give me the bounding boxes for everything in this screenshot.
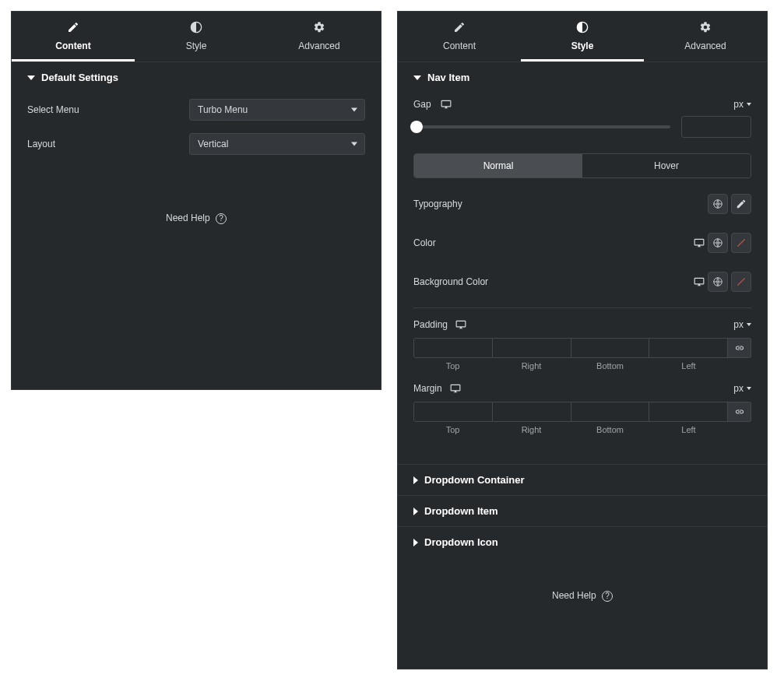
select-menu-value: Turbo Menu xyxy=(189,99,365,121)
control-layout: Layout Vertical xyxy=(12,127,381,161)
gap-slider[interactable] xyxy=(413,125,670,128)
padding-bottom-input[interactable] xyxy=(571,338,650,358)
margin-side-labels: Top Right Bottom Left xyxy=(413,425,751,434)
global-button[interactable] xyxy=(708,272,728,292)
tab-content-label: Content xyxy=(55,40,90,51)
layout-label: Layout xyxy=(27,139,189,149)
edit-typography-button[interactable] xyxy=(731,194,751,214)
section-dropdown-container[interactable]: Dropdown Container xyxy=(398,464,767,495)
desktop-icon[interactable] xyxy=(455,319,466,330)
tab-content[interactable]: Content xyxy=(398,12,521,61)
margin-left-input[interactable] xyxy=(649,402,728,422)
tab-advanced-label: Advanced xyxy=(298,40,339,51)
tab-content[interactable]: Content xyxy=(12,12,135,61)
unit-selector-gap[interactable]: px xyxy=(733,99,751,110)
side-top: Top xyxy=(413,425,492,434)
padding-head: Padding px xyxy=(413,314,751,335)
section-default-settings[interactable]: Default Settings xyxy=(12,62,381,93)
margin-right-input[interactable] xyxy=(493,402,571,422)
chevron-right-icon xyxy=(413,508,418,515)
gear-icon xyxy=(644,21,767,36)
editor-tabs: Content Style Advanced xyxy=(398,12,767,62)
chevron-down-icon xyxy=(351,108,357,112)
chevron-right-icon xyxy=(413,539,418,546)
unit-label: px xyxy=(733,99,744,110)
section-title: Dropdown Container xyxy=(424,474,525,486)
global-button[interactable] xyxy=(708,194,728,214)
desktop-icon[interactable] xyxy=(694,276,705,287)
margin-bottom-input[interactable] xyxy=(571,402,650,422)
margin-head: Margin px xyxy=(413,378,751,399)
bg-color-picker-button[interactable] xyxy=(731,272,751,292)
svg-line-6 xyxy=(737,278,744,285)
section-nav-item[interactable]: Nav Item xyxy=(398,62,767,93)
padding-label: Padding xyxy=(413,319,448,330)
slider-thumb[interactable] xyxy=(410,121,423,133)
section-dropdown-item[interactable]: Dropdown Item xyxy=(398,495,767,526)
unit-selector-margin[interactable]: px xyxy=(733,383,751,394)
side-right: Right xyxy=(492,361,571,371)
select-menu-dropdown[interactable]: Turbo Menu xyxy=(189,99,365,121)
color-row: Color xyxy=(413,223,751,262)
need-help-link[interactable]: Need Help ? xyxy=(12,192,381,244)
unit-selector-padding[interactable]: px xyxy=(733,319,751,330)
editor-tabs: Content Style Advanced xyxy=(12,12,381,62)
desktop-icon[interactable] xyxy=(450,383,461,394)
section-title: Default Settings xyxy=(41,72,118,83)
gap-slider-row xyxy=(413,111,751,149)
color-picker-button[interactable] xyxy=(731,233,751,253)
margin-inputs xyxy=(413,402,751,422)
tab-style[interactable]: Style xyxy=(135,12,258,61)
state-tab-hover[interactable]: Hover xyxy=(582,154,751,177)
side-top: Top xyxy=(413,361,492,371)
help-icon: ? xyxy=(602,591,613,602)
color-label: Color xyxy=(413,237,694,248)
pencil-icon xyxy=(398,21,521,36)
bg-color-row: Background Color xyxy=(413,262,751,301)
content-panel: Content Style Advanced Default Settings … xyxy=(11,11,381,390)
section-dropdown-icon[interactable]: Dropdown Icon xyxy=(398,526,767,557)
section-title: Dropdown Icon xyxy=(424,536,498,548)
chevron-down-icon xyxy=(747,323,751,326)
global-button[interactable] xyxy=(708,233,728,253)
section-title: Dropdown Item xyxy=(424,505,498,517)
margin-label: Margin xyxy=(413,383,442,394)
tab-advanced[interactable]: Advanced xyxy=(258,12,381,61)
padding-right-input[interactable] xyxy=(493,338,571,358)
padding-inputs xyxy=(413,338,751,358)
desktop-icon[interactable] xyxy=(694,237,705,248)
tab-advanced[interactable]: Advanced xyxy=(644,12,767,61)
nav-item-title: Nav Item xyxy=(427,72,469,83)
padding-left-input[interactable] xyxy=(649,338,728,358)
chevron-down-icon xyxy=(747,103,751,106)
side-left: Left xyxy=(649,425,728,434)
state-tabs: Normal Hover xyxy=(413,153,751,178)
state-tab-normal[interactable]: Normal xyxy=(414,154,582,177)
help-icon: ? xyxy=(216,213,227,224)
margin-top-input[interactable] xyxy=(413,402,493,422)
bg-color-label: Background Color xyxy=(413,276,694,287)
unit-label: px xyxy=(733,319,744,330)
link-values-button[interactable] xyxy=(728,338,751,358)
tab-style[interactable]: Style xyxy=(521,12,644,61)
layout-dropdown[interactable]: Vertical xyxy=(189,133,365,155)
layout-value: Vertical xyxy=(189,133,365,155)
chevron-down-icon xyxy=(413,76,421,80)
typography-row: Typography xyxy=(413,184,751,223)
link-values-button[interactable] xyxy=(728,402,751,422)
chevron-down-icon xyxy=(351,142,357,146)
state-hover-label: Hover xyxy=(654,160,679,171)
side-bottom: Bottom xyxy=(571,361,649,371)
control-select-menu: Select Menu Turbo Menu xyxy=(12,93,381,127)
gap-control: Gap px xyxy=(413,93,751,111)
need-help-link[interactable]: Need Help ? xyxy=(398,557,767,622)
padding-side-labels: Top Right Bottom Left xyxy=(413,361,751,371)
need-help-label: Need Help xyxy=(166,213,210,223)
gap-input[interactable] xyxy=(681,116,751,138)
pencil-icon xyxy=(12,21,135,36)
side-right: Right xyxy=(492,425,571,434)
desktop-icon[interactable] xyxy=(441,99,452,110)
select-menu-label: Select Menu xyxy=(27,104,189,115)
contrast-icon xyxy=(521,21,644,36)
padding-top-input[interactable] xyxy=(413,338,493,358)
